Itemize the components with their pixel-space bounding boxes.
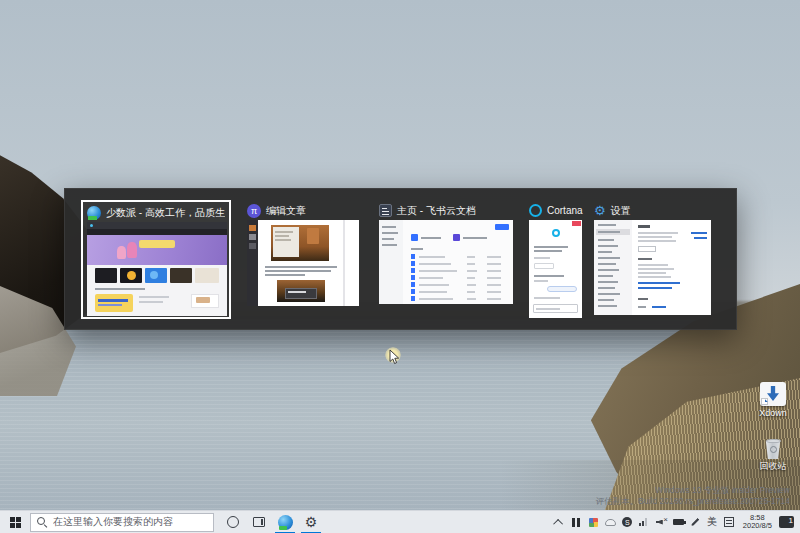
window-title: 少数派 - 高效工作，品质生活 和另... bbox=[106, 206, 225, 220]
window-title-row: ⚙ 设置 bbox=[594, 203, 712, 218]
window-title-row: π 编辑文章 bbox=[247, 203, 359, 218]
window-thumbnail bbox=[247, 220, 359, 306]
browser-taskbar-button[interactable] bbox=[272, 511, 298, 533]
xdown-app-icon bbox=[760, 382, 786, 406]
wireless-icon bbox=[639, 518, 649, 526]
ime-mode-button[interactable] bbox=[721, 511, 738, 533]
system-tray: S 美 8:58 2020/8/5 1 bbox=[551, 511, 800, 533]
pi-editor-icon: π bbox=[247, 204, 261, 218]
hidden-icons-chevron[interactable] bbox=[551, 511, 568, 533]
window-thumbnail bbox=[594, 220, 711, 315]
alt-tab-item-editor[interactable]: π 编辑文章 bbox=[247, 203, 359, 306]
battery-tray-icon[interactable] bbox=[670, 511, 687, 533]
ime-language-label: 美 bbox=[707, 515, 717, 529]
chevron-up-icon bbox=[553, 518, 563, 528]
volume-muted-icon bbox=[656, 518, 667, 527]
cortana-taskbar-button[interactable] bbox=[220, 511, 246, 533]
task-view-icon bbox=[253, 517, 265, 527]
window-title: 主页 - 飞书云文档 bbox=[397, 204, 476, 218]
alt-tab-item-cortana[interactable]: Cortana bbox=[529, 203, 583, 318]
alt-tab-item-feishu-docs[interactable]: 主页 - 飞书云文档 bbox=[379, 203, 513, 304]
cortana-icon bbox=[529, 204, 542, 217]
wireless-tray-icon[interactable] bbox=[636, 511, 653, 533]
pointer-arrow-icon bbox=[389, 349, 400, 365]
taskbar: 在这里输入你要搜索的内容 ⚙ S 美 8:58 2020/8/5 1 bbox=[0, 510, 800, 533]
desktop-icon-label: Xdown bbox=[750, 408, 796, 418]
pen-tray-icon[interactable] bbox=[687, 511, 704, 533]
window-title: 编辑文章 bbox=[266, 204, 306, 218]
settings-gear-icon: ⚙ bbox=[594, 204, 606, 217]
insider-watermark: Windows 10 专业版 Insider Preview 评估副本。Buil… bbox=[596, 485, 790, 506]
alt-tab-switcher: 少数派 - 高效工作，品质生活 和另... bbox=[64, 188, 737, 330]
start-button[interactable] bbox=[0, 511, 30, 533]
photos-icon bbox=[589, 518, 598, 527]
window-title-row: 主页 - 飞书云文档 bbox=[379, 203, 513, 218]
window-thumbnail bbox=[379, 220, 513, 304]
clock-date: 2020/8/5 bbox=[743, 522, 772, 531]
watermark-line2: 评估副本。Build 20180.rs_prerelease.200725-17… bbox=[596, 496, 790, 507]
window-title-row: 少数派 - 高效工作，品质生活 和另... bbox=[87, 205, 225, 220]
search-icon bbox=[37, 517, 47, 527]
taskbar-clock[interactable]: 8:58 2020/8/5 bbox=[738, 514, 777, 531]
shortcut-badge-icon bbox=[761, 398, 768, 405]
battery-icon bbox=[673, 519, 684, 525]
windows-logo-icon bbox=[10, 517, 21, 528]
window-title-row: Cortana bbox=[529, 203, 583, 218]
busy-cursor bbox=[383, 345, 405, 369]
settings-taskbar-button[interactable]: ⚙ bbox=[298, 511, 324, 533]
window-title: Cortana bbox=[547, 205, 583, 216]
feishu-docs-icon bbox=[379, 204, 392, 217]
notification-badge: 1 bbox=[789, 516, 793, 525]
cloud-icon bbox=[605, 519, 616, 526]
task-view-button[interactable] bbox=[246, 511, 272, 533]
browser-icon bbox=[87, 206, 101, 220]
browser-icon bbox=[278, 515, 293, 530]
cortana-icon bbox=[227, 516, 239, 528]
window-thumbnail bbox=[529, 220, 582, 318]
s-app-tray-icon[interactable]: S bbox=[619, 511, 636, 533]
alt-tab-item-settings[interactable]: ⚙ 设置 bbox=[594, 203, 712, 315]
settings-gear-icon: ⚙ bbox=[305, 515, 318, 529]
ime-mode-icon bbox=[724, 517, 734, 527]
desktop-icon-label: 回收站 bbox=[750, 461, 796, 471]
volume-tray-icon[interactable] bbox=[653, 511, 670, 533]
recycle-bin-icon bbox=[765, 438, 782, 459]
messaging-app-tray-icon[interactable] bbox=[568, 511, 585, 533]
ime-language-indicator[interactable]: 美 bbox=[704, 511, 721, 533]
pen-icon bbox=[691, 518, 700, 527]
photos-tray-icon[interactable] bbox=[585, 511, 602, 533]
messaging-app-icon bbox=[572, 518, 580, 527]
recycle-symbol bbox=[770, 446, 777, 453]
watermark-line1: Windows 10 专业版 Insider Preview bbox=[596, 485, 790, 496]
action-center-button[interactable]: 1 bbox=[779, 516, 794, 528]
recycle-bin-lid bbox=[766, 439, 781, 443]
s-app-icon: S bbox=[622, 517, 632, 527]
cloud-tray-icon[interactable] bbox=[602, 511, 619, 533]
download-arrow-icon bbox=[767, 386, 779, 401]
window-thumbnail bbox=[87, 222, 227, 316]
window-title: 设置 bbox=[611, 204, 631, 218]
alt-tab-item-sspai-browser[interactable]: 少数派 - 高效工作，品质生活 和另... bbox=[81, 200, 231, 319]
desktop-icon-xdown[interactable]: Xdown bbox=[750, 382, 796, 418]
search-placeholder: 在这里输入你要搜索的内容 bbox=[53, 515, 173, 529]
desktop-icon-recycle-bin[interactable]: 回收站 bbox=[750, 438, 796, 471]
taskbar-search-input[interactable]: 在这里输入你要搜索的内容 bbox=[30, 513, 214, 532]
